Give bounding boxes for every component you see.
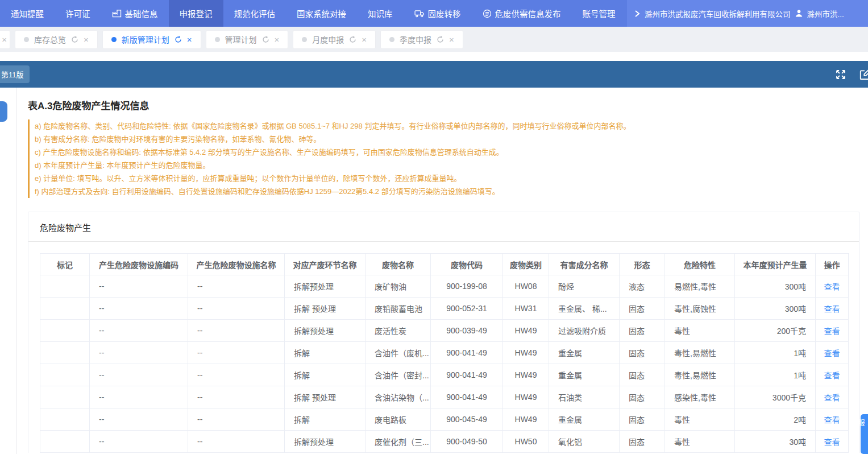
close-icon[interactable]: × (449, 35, 454, 44)
note-line: e) 计量单位: 填写吨。以升、立方米等体积计量的，应折算成重量吨；以个数作为计… (35, 172, 859, 185)
table-cell: 900-041-49 (431, 342, 503, 364)
table-cell (40, 364, 90, 386)
column-header: 标记 (40, 254, 90, 275)
close-icon[interactable]: × (84, 35, 89, 44)
tab-label: 月度申报 (312, 34, 344, 45)
user-name[interactable]: 滁州市洪... (807, 8, 844, 19)
view-link[interactable]: 查看 (824, 414, 840, 425)
view-link[interactable]: 查看 (824, 325, 840, 336)
nav-item[interactable]: 规范化评估 (223, 0, 286, 27)
main-content: 表A.3危险废物产生情况信息 a) 危险废物名称、类别、代码和危险特性: 依据《… (0, 88, 868, 454)
nav-item[interactable]: 危废供需信息发布 (472, 0, 572, 27)
table-cell: 900-045-49 (431, 408, 503, 431)
refresh-icon[interactable] (175, 36, 182, 43)
table-cell: 固态 (620, 364, 665, 386)
table-cell: 易燃性,毒性 (665, 275, 735, 298)
tab[interactable]: 管理计划× (206, 30, 289, 49)
customer-service-tab[interactable]: 联系客服 (861, 414, 868, 454)
company-name: 滁州市洪武报废汽车回收拆解利用有限公司 (645, 8, 791, 19)
table-cell-actions: 查看 (816, 320, 849, 342)
left-drawer-handle[interactable] (0, 101, 7, 122)
table-cell: 固态 (620, 298, 665, 320)
tab-status-dot (389, 37, 394, 42)
nav-item[interactable]: 固废转移 (404, 0, 472, 27)
close-icon[interactable]: × (362, 35, 367, 44)
tab-clipped[interactable]: × (0, 30, 10, 49)
note-line: d) 本年度预计产生量: 本年度预计产生的危险废物量。 (35, 159, 859, 172)
nav-item[interactable]: 通知提醒 (0, 0, 55, 27)
close-icon[interactable]: × (2, 35, 7, 44)
nav-item[interactable]: 国家系统对接 (286, 0, 357, 27)
view-link[interactable]: 查看 (824, 303, 840, 314)
tab-label: 季度申报 (400, 34, 431, 45)
nav-item[interactable]: 基础信息 (101, 0, 169, 27)
table-cell: 拆解预处理 (285, 320, 366, 342)
topnav-account-area: 滁州市洪武报废汽车回收拆解利用有限公司 滁州市洪... (627, 0, 868, 27)
table-cell: HW49 (503, 342, 549, 364)
table-cell: HW49 (503, 364, 549, 386)
nav-item[interactable]: 知识库 (357, 0, 404, 27)
user-icon[interactable] (795, 9, 803, 18)
table-cell: HW49 (503, 408, 549, 431)
table-cell: 900-052-31 (431, 298, 503, 320)
tab[interactable]: 季度申报× (380, 30, 463, 49)
table-cell: -- (90, 408, 188, 431)
table-cell: 酚烃 (549, 275, 620, 298)
table-cell (40, 275, 90, 298)
close-icon[interactable]: × (275, 35, 280, 44)
refresh-icon[interactable] (437, 36, 444, 43)
table-cell: 拆解 预处理 (285, 386, 366, 408)
table-cell: -- (188, 408, 285, 431)
publish-icon (483, 9, 492, 18)
table-cell: 氧化铝 (549, 431, 620, 453)
tab[interactable]: 月度申报× (293, 30, 376, 49)
tab[interactable]: 新版管理计划× (102, 30, 201, 49)
table-cell: 废铅酸蓄电池 (366, 298, 431, 320)
table-cell: 900-199-08 (431, 275, 503, 298)
view-link[interactable]: 查看 (824, 347, 840, 358)
table-cell (40, 386, 90, 408)
refresh-icon[interactable] (349, 36, 356, 43)
nav-item-label: 国家系统对接 (297, 7, 346, 19)
table-cell: 900-039-49 (431, 320, 503, 342)
table-cell-actions: 查看 (816, 364, 849, 386)
table-cell (40, 431, 90, 453)
chevron-right-icon[interactable] (634, 10, 641, 18)
top-navbar: 通知提醒许可证基础信息申报登记规范化评估国家系统对接知识库固废转移危废供需信息发… (0, 0, 868, 27)
nav-item[interactable]: 申报登记 (169, 0, 223, 27)
view-link[interactable]: 查看 (824, 280, 840, 292)
tab-label: 库存总览 (34, 34, 66, 45)
table-cell: 废电路板 (366, 408, 431, 431)
edit-icon[interactable] (859, 68, 868, 81)
table-cell-actions: 查看 (816, 386, 849, 408)
table-cell: 拆解 (285, 342, 366, 364)
table-cell: HW50 (503, 431, 549, 453)
table-row: ----拆解 预处理废铅酸蓄电池900-052-31HW31重金属、 稀...固… (40, 298, 849, 320)
column-header: 废物名称 (366, 254, 431, 275)
tab[interactable]: 库存总览× (15, 30, 98, 49)
nav-item[interactable]: 许可证 (55, 0, 101, 27)
table-cell-actions: 查看 (816, 275, 849, 298)
nav-item-label: 固废转移 (428, 7, 461, 19)
table-cell: 拆解预处理 (285, 431, 366, 453)
table-cell: 毒性 (665, 431, 735, 453)
tab-label: 新版管理计划 (122, 34, 169, 45)
table-row: ----拆解含油件（密封...900-041-49HW49重金属固态毒性,易燃性… (40, 364, 849, 386)
form-toolbar: 第11版 (0, 61, 868, 88)
fullscreen-icon[interactable] (835, 69, 846, 80)
table-cell: 毒性,易燃性 (665, 364, 735, 386)
view-link[interactable]: 查看 (824, 436, 840, 447)
page-title: 表A.3危险废物产生情况信息 (28, 98, 859, 112)
refresh-icon[interactable] (262, 36, 269, 43)
nav-item[interactable]: 账号管理 (572, 0, 626, 27)
refresh-icon[interactable] (71, 36, 78, 43)
view-link[interactable]: 查看 (824, 369, 840, 381)
table-cell: -- (188, 431, 285, 453)
spacer (0, 52, 868, 61)
table-cell: -- (90, 298, 188, 320)
waste-generation-panel: 危险废物产生 标记产生危险废物设施编码产生危险废物设施名称对应产废环节名称废物名… (28, 212, 859, 453)
close-icon[interactable]: × (187, 35, 192, 44)
table-cell: HW31 (503, 298, 549, 320)
view-link[interactable]: 查看 (824, 391, 840, 403)
nav-item-label: 危废供需信息发布 (495, 7, 561, 19)
